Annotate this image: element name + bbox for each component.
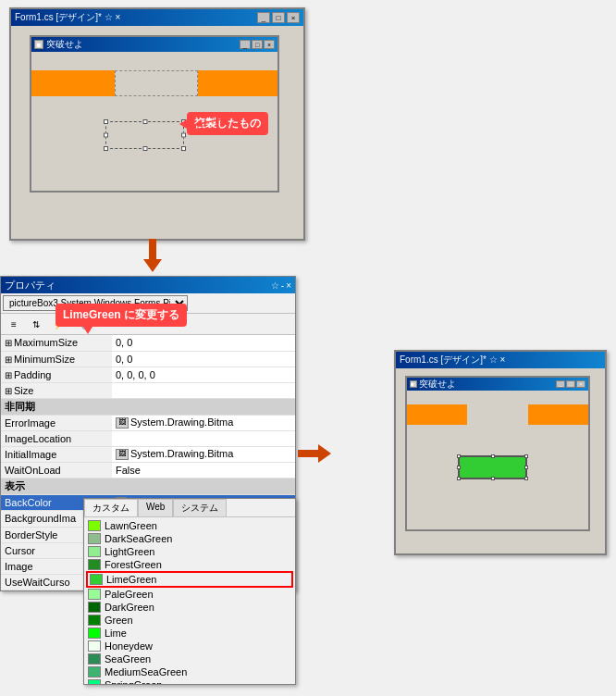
prop-icon-sort[interactable]: ⇅: [27, 316, 45, 332]
minimize-button[interactable]: _: [257, 12, 270, 23]
result-titlebar: Form1.cs [デザイン]* ☆ ×: [396, 352, 605, 368]
prop-wait-on-load: WaitOnLoad False: [1, 462, 295, 478]
springgreen-label: SpringGreen: [105, 679, 162, 684]
top-form-window: Form1.cs [デザイン]* ☆ × _ □ × ■ 突破せよ _ □ ×: [9, 7, 305, 241]
result-inner-title: 突破せよ: [419, 378, 456, 391]
honeydew-dot: [88, 640, 101, 652]
color-seagreen[interactable]: SeaGreen: [86, 652, 293, 665]
result-green-picturebox[interactable]: [458, 455, 527, 479]
color-picker-dropdown: カスタム Web システム LawnGreen DarkSeaGreen Lig…: [83, 498, 296, 685]
result-minimize[interactable]: _: [556, 380, 565, 388]
callout-limegreen-text: LimeGreen に変更する: [63, 308, 179, 321]
color-list[interactable]: LawnGreen DarkSeaGreen LightGreen Forest…: [84, 517, 295, 684]
pin-icon[interactable]: ☆: [271, 280, 279, 291]
prop-padding: ⊞Padding 0, 0, 0, 0: [1, 367, 295, 382]
arrow-body: [149, 239, 156, 259]
lightgreen-label: LightGreen: [105, 546, 154, 557]
darkseagreen-label: DarkSeaGreen: [105, 533, 172, 544]
result-handle-lc[interactable]: [457, 466, 461, 469]
inner-maximize[interactable]: □: [252, 40, 263, 49]
limegreen-label: LimeGreen: [106, 574, 156, 585]
limegreen-dot: [90, 574, 103, 585]
color-green[interactable]: Green: [86, 614, 293, 627]
gap-middle: [115, 70, 198, 96]
inner-titlebar: ■ 突破せよ _ □ ×: [31, 37, 277, 52]
prop-icon-list[interactable]: ≡: [5, 316, 23, 332]
horiz-arrow-body: [298, 450, 318, 457]
prop-error-image: ErrorImage 🖼System.Drawing.Bitma: [1, 415, 295, 430]
top-form-controls[interactable]: _ □ ×: [257, 12, 300, 23]
prop-minimize-icon[interactable]: -: [281, 280, 284, 291]
color-lime[interactable]: Lime: [86, 627, 293, 640]
horiz-arrow-head: [318, 444, 331, 463]
maximize-button[interactable]: □: [272, 12, 285, 23]
inner-form-icon: ■: [34, 40, 43, 49]
result-maximize[interactable]: □: [566, 380, 575, 388]
picturebox-copied[interactable]: [105, 121, 184, 149]
prop-minimum-size: ⊞MinimumSize 0, 0: [1, 351, 295, 367]
result-handle-br[interactable]: [524, 477, 528, 480]
result-form-window: Form1.cs [デザイン]* ☆ × ■ 突破せよ _ □ ×: [394, 350, 607, 555]
result-orange-left: [407, 404, 467, 425]
result-handle-bl[interactable]: [457, 477, 461, 480]
palegreen-label: PaleGreen: [105, 589, 154, 600]
orange-bar-right: [194, 70, 277, 96]
section-async: 非同期: [1, 398, 295, 415]
color-darkgreen[interactable]: DarkGreen: [86, 601, 293, 614]
result-handle-bc[interactable]: [491, 477, 495, 480]
horizontal-arrow: [298, 444, 331, 463]
error-image-icon: 🖼: [116, 417, 129, 429]
inner-form-title: 突破せよ: [46, 38, 83, 51]
prop-close-icon[interactable]: ×: [286, 280, 291, 291]
callout-limegreen: LimeGreen に変更する: [55, 304, 187, 327]
result-handle-tl[interactable]: [457, 454, 461, 458]
result-form-body: ■ 突破せよ _ □ ×: [396, 368, 605, 553]
honeydew-label: Honeydew: [105, 640, 153, 652]
inner-form-body: 複製したもの: [31, 52, 277, 191]
handle-tl[interactable]: [104, 119, 108, 124]
result-handle-tc[interactable]: [491, 454, 495, 458]
close-button[interactable]: ×: [287, 12, 300, 23]
top-form-body: ■ 突破せよ _ □ ×: [11, 26, 303, 239]
inner-form-window: ■ 突破せよ _ □ ×: [30, 35, 279, 193]
handle-tc[interactable]: [142, 119, 147, 124]
initial-image-icon: 🖼: [116, 449, 129, 460]
top-form-title: Form1.cs [デザイン]* ☆ ×: [15, 11, 120, 24]
green-dot: [88, 615, 101, 626]
green-label: Green: [105, 615, 133, 626]
lime-dot: [88, 628, 101, 639]
top-form-titlebar: Form1.cs [デザイン]* ☆ × _ □ ×: [11, 9, 303, 26]
color-tab-custom[interactable]: カスタム: [84, 499, 138, 516]
lightgreen-dot: [88, 546, 101, 557]
color-limegreen[interactable]: LimeGreen: [86, 571, 293, 588]
color-tab-web[interactable]: Web: [138, 499, 173, 516]
color-forestgreen[interactable]: ForestGreen: [86, 558, 293, 571]
color-picker-tabs: カスタム Web システム: [84, 499, 295, 517]
result-form-inner-body: [407, 391, 588, 529]
handle-bc[interactable]: [142, 146, 147, 151]
result-handle-tr[interactable]: [524, 454, 528, 458]
seagreen-dot: [88, 653, 101, 665]
inner-close[interactable]: ×: [264, 40, 275, 49]
color-springgreen[interactable]: SpringGreen: [86, 678, 293, 684]
handle-bl[interactable]: [104, 146, 108, 151]
color-lightgreen[interactable]: LightGreen: [86, 545, 293, 558]
inner-minimize[interactable]: _: [240, 40, 251, 49]
prop-maximum-size: ⊞MaximumSize 0, 0: [1, 335, 295, 351]
darkseagreen-dot: [88, 533, 101, 544]
color-tab-system[interactable]: システム: [173, 499, 227, 516]
result-form-icon: ■: [410, 380, 417, 388]
darkgreen-dot: [88, 602, 101, 613]
handle-lc[interactable]: [104, 133, 108, 138]
color-palegreen[interactable]: PaleGreen: [86, 588, 293, 601]
lime-label: Lime: [105, 628, 127, 639]
result-handle-rc[interactable]: [524, 466, 528, 469]
color-honeydew[interactable]: Honeydew: [86, 640, 293, 652]
result-close[interactable]: ×: [576, 380, 585, 388]
color-lawngreen[interactable]: LawnGreen: [86, 519, 293, 532]
color-mediumseagreen[interactable]: MediumSeaGreen: [86, 665, 293, 678]
result-title: Form1.cs [デザイン]* ☆ ×: [400, 354, 505, 367]
handle-br[interactable]: [181, 146, 186, 151]
color-darkseagreen[interactable]: DarkSeaGreen: [86, 532, 293, 545]
arrow-head: [143, 259, 162, 272]
